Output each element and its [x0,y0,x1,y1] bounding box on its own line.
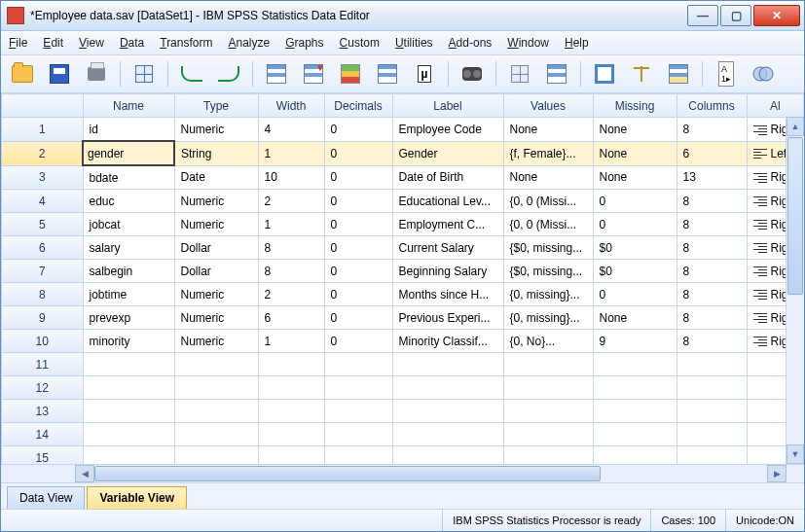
row-number[interactable]: 6 [2,236,84,260]
cell-columns[interactable]: 6 [677,141,747,165]
save-button[interactable] [44,59,75,89]
cell-values[interactable]: {0, 0 (Missi... [503,213,593,236]
corner-cell[interactable] [2,94,84,118]
cell-name[interactable]: educ [83,190,174,213]
row-number[interactable]: 13 [2,400,84,423]
cell-missing[interactable]: None [593,165,677,190]
cell-label[interactable]: Minority Classif... [392,330,503,353]
use-sets-button[interactable] [663,59,694,89]
row-number[interactable]: 15 [2,446,84,465]
cell-width[interactable]: 8 [258,260,324,283]
row-number[interactable]: 5 [2,213,84,236]
col-values[interactable]: Values [503,94,593,118]
cell-type[interactable]: Date [174,165,258,190]
menu-analyze[interactable]: Analyze [228,36,270,50]
cell-width[interactable]: 10 [258,165,324,190]
col-name[interactable]: Name [83,94,174,118]
cell-type[interactable]: Numeric [174,330,258,353]
tab-variable-view[interactable]: Variable View [87,486,187,509]
cell-name[interactable]: gender [83,141,174,165]
cell-width[interactable]: 2 [258,283,324,306]
cell-decimals[interactable]: 0 [324,118,392,142]
row-number[interactable]: 1 [2,118,84,142]
tab-data-view[interactable]: Data View [7,486,85,509]
variable-row[interactable]: 8jobtimeNumeric20Months since H...{0, mi… [2,283,804,306]
col-width[interactable]: Width [258,94,324,118]
cell-width[interactable]: 1 [258,330,324,353]
cell-values[interactable]: {f, Female}... [503,141,593,165]
empty-row[interactable]: 11 [2,353,804,376]
variable-row[interactable]: 9prevexpNumeric60Previous Experi...{0, m… [2,306,804,330]
cell-missing[interactable]: 0 [593,213,677,236]
menu-window[interactable]: Window [507,36,549,50]
menu-view[interactable]: View [79,36,104,50]
variable-row[interactable]: 3bdateDate100Date of BirthNoneNone13Righ [2,165,804,190]
menu-file[interactable]: File [9,36,27,50]
cell-label[interactable]: Employment C... [392,213,503,236]
cell-missing[interactable]: 0 [593,283,677,306]
row-number[interactable]: 10 [2,330,84,353]
cell-label[interactable]: Current Salary [392,236,503,260]
titlebar[interactable]: *Employee data.sav [DataSet1] - IBM SPSS… [1,1,804,31]
cell-columns[interactable]: 8 [677,306,747,330]
cell-decimals[interactable]: 0 [324,141,392,165]
cell-columns[interactable]: 8 [677,213,747,236]
goto-case-button[interactable] [261,59,292,89]
cell-width[interactable]: 6 [258,306,324,330]
cell-columns[interactable]: 13 [677,165,747,190]
cell-decimals[interactable]: 0 [324,236,392,260]
minimize-button[interactable]: — [687,5,718,26]
cell-values[interactable]: {$0, missing... [503,260,593,283]
cell-label[interactable]: Gender [392,141,503,165]
cell-label[interactable]: Beginning Salary [392,260,503,283]
cell-width[interactable]: 1 [258,213,324,236]
row-number[interactable]: 9 [2,306,84,330]
select-cases-button[interactable] [541,59,572,89]
mu-button[interactable]: µ [409,59,440,89]
cell-values[interactable]: None [503,165,593,190]
weight-cases-button[interactable] [626,59,657,89]
variable-row[interactable]: 2genderString10Gender{f, Female}...None6… [2,141,804,165]
menu-graphs[interactable]: Graphs [285,36,323,50]
variable-row[interactable]: 4educNumeric20Educational Lev...{0, 0 (M… [2,190,804,213]
maximize-button[interactable]: ▢ [720,5,751,26]
cell-label[interactable]: Date of Birth [392,165,503,190]
empty-row[interactable]: 13 [2,400,804,423]
menu-utilities[interactable]: Utilities [395,36,433,50]
cell-name[interactable]: salbegin [83,260,174,283]
menu-help[interactable]: Help [565,36,589,50]
cell-label[interactable]: Employee Code [392,118,503,142]
cell-columns[interactable]: 8 [677,118,747,142]
empty-row[interactable]: 12 [2,376,804,400]
cell-columns[interactable]: 8 [677,190,747,213]
cell-values[interactable]: {0, No}... [503,330,593,353]
variable-row[interactable]: 6salaryDollar80Current Salary{$0, missin… [2,236,804,260]
cell-width[interactable]: 8 [258,236,324,260]
vertical-scrollbar[interactable]: ▲ ▼ [786,117,804,464]
variables-button[interactable] [335,59,366,89]
scroll-up-button[interactable]: ▲ [787,117,804,136]
cell-name[interactable]: bdate [83,165,174,190]
cell-columns[interactable]: 8 [677,330,747,353]
cell-values[interactable]: {0, missing}... [503,306,593,330]
open-button[interactable] [7,59,38,89]
show-vars-button[interactable] [748,59,779,89]
cell-columns[interactable]: 8 [677,283,747,306]
cell-label[interactable]: Months since H... [392,283,503,306]
close-button[interactable]: ✕ [753,5,800,26]
cell-type[interactable]: Numeric [174,306,258,330]
cell-missing[interactable]: 9 [593,330,677,353]
menu-add-ons[interactable]: Add-ons [449,36,493,50]
variable-row[interactable]: 7salbeginDollar80Beginning Salary{$0, mi… [2,260,804,283]
row-number[interactable]: 8 [2,283,84,306]
row-number[interactable]: 11 [2,353,84,376]
variable-grid[interactable]: Name Type Width Decimals Label Values Mi… [1,93,804,464]
cell-columns[interactable]: 8 [677,236,747,260]
empty-row[interactable]: 15 [2,446,804,465]
customize-toolbar-button[interactable]: A1▸ [711,59,742,89]
cell-name[interactable]: id [83,118,174,142]
cell-columns[interactable]: 8 [677,260,747,283]
vscroll-thumb[interactable] [787,137,803,295]
col-columns[interactable]: Columns [677,94,747,118]
find-button[interactable] [457,59,488,89]
